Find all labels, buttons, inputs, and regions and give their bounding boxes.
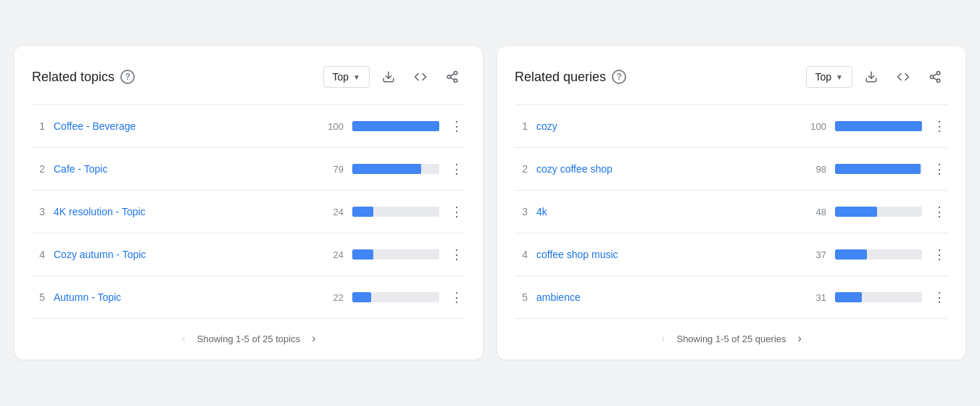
bar-container xyxy=(835,121,922,131)
bar-container xyxy=(352,207,439,217)
bar-container xyxy=(352,121,439,131)
help-icon[interactable]: ? xyxy=(612,70,626,84)
panel-header: Related queries?Top▼ xyxy=(515,64,948,90)
more-options-button[interactable]: ⋮ xyxy=(931,289,948,305)
row-label[interactable]: coffee shop music xyxy=(536,249,794,260)
bar-container xyxy=(352,249,439,260)
panel-queries: Related queries?Top▼1cozy100⋮2cozy coffe… xyxy=(497,46,966,360)
bar-container xyxy=(835,207,922,217)
share-button[interactable] xyxy=(922,64,948,90)
download-button[interactable] xyxy=(375,64,402,90)
bar-container xyxy=(352,164,439,174)
bar-container xyxy=(835,292,922,302)
top-dropdown[interactable]: Top▼ xyxy=(323,66,370,88)
next-page-button[interactable]: › xyxy=(795,329,805,348)
dropdown-label: Top xyxy=(333,71,349,83)
more-options-button[interactable]: ⋮ xyxy=(931,161,948,177)
next-page-button[interactable]: › xyxy=(309,329,318,348)
row-rank: 1 xyxy=(32,120,45,132)
row-value: 100 xyxy=(803,121,826,132)
bar-fill xyxy=(352,249,373,260)
table-row: 5ambience31⋮ xyxy=(515,276,948,319)
bar-fill xyxy=(352,292,371,302)
more-options-button[interactable]: ⋮ xyxy=(448,118,465,134)
table-row: 1cozy100⋮ xyxy=(515,105,948,148)
row-rank: 3 xyxy=(515,206,528,218)
chevron-down-icon: ▼ xyxy=(836,73,843,81)
embed-button[interactable] xyxy=(890,64,916,90)
table-row: 5Autumn - Topic22⋮ xyxy=(32,276,465,319)
panel-title: Related topics xyxy=(32,70,115,85)
dropdown-label: Top xyxy=(815,71,832,83)
download-icon xyxy=(865,70,878,83)
row-rank: 5 xyxy=(515,291,528,303)
row-label[interactable]: Autumn - Topic xyxy=(54,291,312,303)
panel-header: Related topics?Top▼ xyxy=(32,64,465,90)
bar-fill xyxy=(352,207,373,217)
more-options-button[interactable]: ⋮ xyxy=(448,204,465,220)
table-row: 4Cozy autumn - Topic24⋮ xyxy=(32,233,465,276)
more-options-button[interactable]: ⋮ xyxy=(931,118,948,134)
pagination-text: Showing 1-5 of 25 topics xyxy=(197,334,300,344)
share-icon xyxy=(929,70,942,83)
panel-controls: Top▼ xyxy=(323,64,465,90)
prev-page-button[interactable]: ‹ xyxy=(178,329,188,348)
bar-container xyxy=(835,249,922,260)
row-label[interactable]: 4K resolution - Topic xyxy=(54,206,312,218)
more-options-button[interactable]: ⋮ xyxy=(931,204,948,220)
panel-title: Related queries xyxy=(515,70,606,85)
row-label[interactable]: Cafe - Topic xyxy=(54,163,312,175)
panels-container: Related topics?Top▼1Coffee - Beverage100… xyxy=(14,46,966,360)
row-value: 98 xyxy=(803,164,826,175)
row-value: 22 xyxy=(320,292,344,303)
bar-fill xyxy=(835,292,862,302)
embed-button[interactable] xyxy=(407,64,433,90)
row-label[interactable]: Cozy autumn - Topic xyxy=(54,249,312,260)
panel-controls: Top▼ xyxy=(806,64,948,90)
help-icon[interactable]: ? xyxy=(120,70,135,84)
title-group: Related topics? xyxy=(32,70,135,85)
prev-page-button[interactable]: ‹ xyxy=(658,329,668,348)
table-row: 34K resolution - Topic24⋮ xyxy=(32,191,465,233)
table-row: 2cozy coffee shop98⋮ xyxy=(515,148,948,191)
panel-footer: ‹Showing 1-5 of 25 topics› xyxy=(32,319,465,348)
rows-container: 1Coffee - Beverage100⋮2Cafe - Topic79⋮34… xyxy=(32,104,465,319)
row-label[interactable]: ambience xyxy=(536,291,794,303)
row-rank: 4 xyxy=(32,249,45,260)
row-value: 24 xyxy=(320,249,344,260)
chevron-down-icon: ▼ xyxy=(353,73,360,81)
row-label[interactable]: 4k xyxy=(536,206,794,218)
top-dropdown[interactable]: Top▼ xyxy=(806,66,852,88)
bar-fill xyxy=(352,121,439,131)
table-row: 2Cafe - Topic79⋮ xyxy=(32,148,465,191)
bar-fill xyxy=(835,207,877,217)
table-row: 4coffee shop music37⋮ xyxy=(515,233,948,276)
row-rank: 1 xyxy=(515,120,528,132)
share-icon xyxy=(446,70,459,83)
share-button[interactable] xyxy=(439,64,465,90)
row-rank: 2 xyxy=(515,163,528,175)
panel-topics: Related topics?Top▼1Coffee - Beverage100… xyxy=(14,46,483,360)
row-value: 37 xyxy=(803,249,826,260)
download-button[interactable] xyxy=(858,64,884,90)
more-options-button[interactable]: ⋮ xyxy=(448,246,465,262)
embed-icon xyxy=(414,70,427,83)
row-label[interactable]: Coffee - Beverage xyxy=(54,120,312,132)
svg-line-10 xyxy=(933,78,937,80)
download-icon xyxy=(382,70,395,83)
row-value: 79 xyxy=(320,164,344,175)
row-value: 100 xyxy=(320,121,344,132)
pagination-text: Showing 1-5 of 25 queries xyxy=(676,334,786,344)
bar-fill xyxy=(835,164,921,174)
table-row: 34k48⋮ xyxy=(515,191,948,233)
row-label[interactable]: cozy coffee shop xyxy=(536,163,794,175)
svg-line-11 xyxy=(933,74,937,76)
more-options-button[interactable]: ⋮ xyxy=(931,246,948,262)
panel-footer: ‹Showing 1-5 of 25 queries› xyxy=(515,319,948,348)
bar-fill xyxy=(835,121,922,131)
svg-line-5 xyxy=(450,74,454,76)
title-group: Related queries? xyxy=(515,70,626,85)
more-options-button[interactable]: ⋮ xyxy=(448,289,465,305)
row-label[interactable]: cozy xyxy=(536,120,794,132)
more-options-button[interactable]: ⋮ xyxy=(448,161,465,177)
